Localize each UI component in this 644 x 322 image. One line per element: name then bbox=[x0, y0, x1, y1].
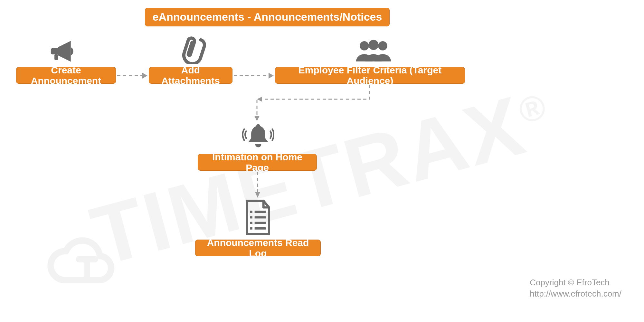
svg-rect-17 bbox=[255, 222, 266, 224]
node-create-announcement: Create Announcement bbox=[16, 67, 116, 84]
svg-rect-14 bbox=[250, 216, 252, 219]
bell-icon bbox=[242, 122, 274, 152]
svg-rect-15 bbox=[255, 216, 266, 219]
svg-marker-8 bbox=[257, 97, 262, 102]
node-attach-label: Add Attachments bbox=[155, 65, 226, 86]
node-readlog-label: Announcements Read Log bbox=[201, 237, 315, 259]
svg-rect-19 bbox=[255, 227, 266, 230]
svg-rect-13 bbox=[255, 211, 266, 213]
megaphone-icon bbox=[50, 37, 79, 64]
svg-rect-12 bbox=[250, 211, 252, 213]
svg-point-7 bbox=[378, 41, 387, 51]
node-add-attachments: Add Attachments bbox=[149, 67, 232, 84]
node-read-log: Announcements Read Log bbox=[195, 240, 321, 256]
footer-copyright: Copyright © EfroTech bbox=[530, 277, 621, 288]
svg-rect-16 bbox=[250, 222, 252, 224]
watermark: TIMETRAX® bbox=[82, 70, 562, 285]
svg-marker-11 bbox=[255, 192, 260, 198]
list-document-icon bbox=[243, 200, 272, 236]
svg-marker-9 bbox=[254, 116, 260, 121]
users-icon bbox=[354, 38, 393, 65]
diagram-title-text: eAnnouncements - Announcements/Notices bbox=[153, 11, 382, 23]
arrow-create-to-attach bbox=[116, 70, 148, 81]
footer-url: http://www.efrotech.com/ bbox=[530, 288, 621, 299]
svg-rect-0 bbox=[54, 54, 58, 60]
node-intimation-home: Intimation on Home Page bbox=[198, 154, 317, 171]
paperclip-icon bbox=[180, 35, 206, 65]
diagram-title: eAnnouncements - Announcements/Notices bbox=[145, 8, 390, 26]
watermark-registered: ® bbox=[515, 86, 552, 131]
arrow-attach-to-filter bbox=[232, 70, 274, 81]
arrow-filter-to-intimation bbox=[247, 84, 383, 122]
footer: Copyright © EfroTech http://www.efrotech… bbox=[530, 277, 621, 299]
node-employee-filter: Employee Filter Criteria (Target Audienc… bbox=[275, 67, 465, 84]
svg-point-5 bbox=[360, 41, 369, 51]
watermark-logo-icon bbox=[39, 232, 122, 296]
arrow-intimation-to-readlog bbox=[252, 171, 263, 198]
svg-point-6 bbox=[368, 40, 378, 50]
node-create-label: Create Announcement bbox=[22, 65, 110, 86]
svg-marker-2 bbox=[142, 73, 147, 79]
svg-marker-4 bbox=[269, 73, 274, 79]
svg-rect-18 bbox=[250, 227, 252, 230]
node-filter-label: Employee Filter Criteria (Target Audienc… bbox=[281, 65, 459, 86]
node-intimation-label: Intimation on Home Page bbox=[204, 152, 311, 173]
